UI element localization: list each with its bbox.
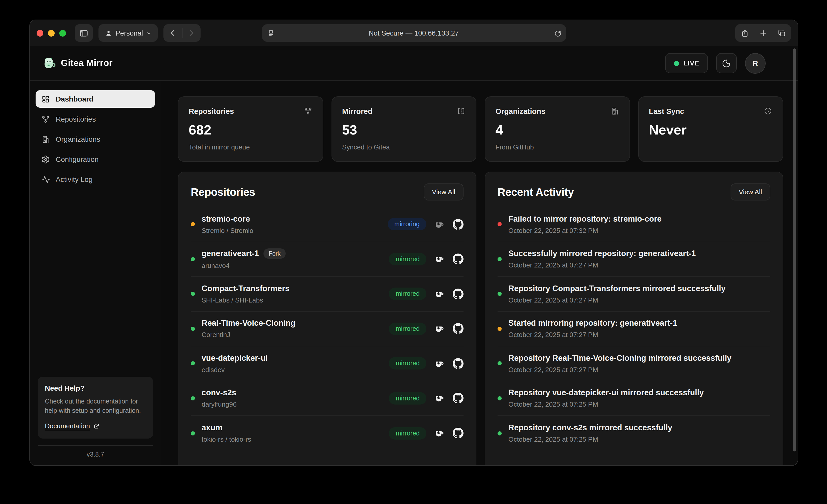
back-button[interactable]: [164, 29, 182, 37]
gitea-icon[interactable]: [434, 323, 445, 334]
sidebar: Dashboard Repositories Organizations Con…: [30, 81, 161, 465]
sidebar-toggle-button[interactable]: [75, 24, 93, 42]
new-tab-button[interactable]: [759, 29, 768, 37]
history-nav: [164, 24, 201, 42]
activity-text: Started mirroring repository: generative…: [508, 319, 677, 328]
sidebar-item-configuration[interactable]: Configuration: [36, 150, 155, 168]
github-icon[interactable]: [453, 428, 464, 439]
repo-name: Compact-Transformers: [202, 284, 290, 293]
sidebar-item-label: Activity Log: [56, 175, 93, 184]
tab-overview-button[interactable]: [777, 29, 786, 37]
github-icon[interactable]: [453, 393, 464, 404]
stat-value: 682: [189, 122, 312, 138]
git-fork-icon: [303, 107, 312, 115]
repository-row: stremio-core Stremio / Stremio mirroring: [191, 207, 464, 242]
github-icon[interactable]: [453, 219, 464, 230]
theme-toggle-button[interactable]: [716, 53, 737, 73]
zoom-window-button[interactable]: [59, 30, 66, 36]
github-icon[interactable]: [453, 358, 464, 369]
browser-toolbar: Personal Not Secure — 100.66.133.27: [30, 20, 797, 46]
repo-owner: darylfung96: [202, 401, 237, 408]
gitea-icon[interactable]: [434, 393, 445, 404]
github-icon[interactable]: [453, 289, 464, 299]
address-bar[interactable]: Not Secure — 100.66.133.27: [262, 24, 566, 42]
status-dot: [497, 292, 502, 296]
nav-divider: [182, 28, 183, 38]
building-icon: [41, 135, 50, 144]
avatar-initial: R: [753, 59, 758, 67]
status-dot: [191, 222, 195, 226]
page-scrollbar[interactable]: [793, 48, 796, 451]
repository-row: conv-s2s darylfung96 mirrored: [191, 381, 464, 416]
app-version: v3.8.7: [36, 446, 155, 458]
profile-label: Personal: [115, 29, 143, 37]
close-window-button[interactable]: [37, 30, 43, 36]
desktop: Personal Not Secure — 100.66.133.27: [0, 0, 827, 504]
chevron-right-icon: [187, 29, 196, 37]
repo-name: generativeart-1: [202, 249, 259, 258]
repository-row: Compact-Transformers SHI-Labs / SHI-Labs…: [191, 277, 464, 311]
sidebar-item-dashboard[interactable]: Dashboard: [36, 90, 155, 108]
stat-title: Last Sync: [649, 107, 684, 115]
live-label: LIVE: [684, 59, 699, 67]
status-badge: mirrored: [389, 392, 426, 405]
panel-title: Repositories: [191, 186, 255, 198]
page-settings-icon[interactable]: [266, 29, 275, 37]
stat-value: 4: [495, 122, 619, 138]
stat-card-last-sync: Last Sync Never: [638, 96, 783, 162]
github-icon[interactable]: [453, 323, 464, 334]
mirror-icon: [457, 107, 466, 115]
activity-item: Failed to mirror repository: stremio-cor…: [497, 207, 770, 242]
gitea-icon[interactable]: [434, 254, 445, 265]
activity-timestamp: October 22, 2025 at 07:27 PM: [508, 331, 677, 339]
live-status-button[interactable]: LIVE: [665, 53, 708, 73]
user-avatar[interactable]: R: [745, 53, 766, 73]
documentation-link-label: Documentation: [45, 422, 90, 430]
panels: Repositories View All stremio-core Strem…: [178, 171, 783, 465]
forward-button[interactable]: [182, 29, 201, 37]
repository-row: axum tokio-rs / tokio-rs mirrored: [191, 416, 464, 451]
activity-list: Failed to mirror repository: stremio-cor…: [497, 207, 770, 451]
chevron-down-icon: [146, 30, 152, 36]
window-controls: [37, 30, 66, 36]
external-link-icon: [94, 422, 100, 429]
gitea-icon[interactable]: [434, 358, 445, 369]
stat-subtitle: Total in mirror queue: [189, 143, 312, 151]
repo-name: Real-Time-Voice-Cloning: [202, 319, 295, 328]
gitea-icon[interactable]: [434, 428, 445, 439]
chevron-left-icon: [169, 29, 177, 37]
activity-text: Repository vue-datepicker-ui mirrored su…: [508, 388, 704, 398]
minimize-window-button[interactable]: [48, 30, 55, 36]
gitea-icon[interactable]: [434, 219, 445, 230]
activity-view-all-button[interactable]: View All: [730, 184, 770, 200]
sidebar-item-organizations[interactable]: Organizations: [36, 131, 155, 148]
profile-switcher-button[interactable]: Personal: [98, 24, 158, 42]
person-icon: [105, 29, 112, 37]
git-fork-icon: [41, 115, 50, 123]
status-badge: mirrored: [389, 253, 426, 265]
repository-row: Real-Time-Voice-Cloning CorentinJ mirror…: [191, 311, 464, 346]
activity-timestamp: October 22, 2025 at 07:25 PM: [508, 436, 672, 444]
toolbar-right-cluster: [735, 24, 791, 42]
gitea-icon[interactable]: [434, 289, 445, 299]
status-badge: mirrored: [389, 322, 426, 335]
sidebar-nav: Dashboard Repositories Organizations Con…: [36, 90, 155, 188]
sidebar-item-label: Configuration: [56, 155, 99, 163]
sidebar-item-activity-log[interactable]: Activity Log: [36, 170, 155, 188]
repository-list: stremio-core Stremio / Stremio mirroring: [191, 207, 464, 451]
status-dot: [191, 292, 195, 296]
github-icon[interactable]: [453, 254, 464, 265]
status-dot: [191, 257, 195, 261]
status-dot: [191, 361, 195, 366]
activity-item: Repository Real-Time-Voice-Cloning mirro…: [497, 346, 770, 381]
reload-icon[interactable]: [553, 29, 561, 37]
repo-owner: Stremio / Stremio: [202, 227, 253, 235]
repositories-view-all-button[interactable]: View All: [424, 184, 464, 200]
share-button[interactable]: [740, 29, 749, 37]
status-dot: [497, 327, 502, 331]
gear-icon: [41, 155, 50, 164]
sidebar-item-repositories[interactable]: Repositories: [36, 110, 155, 128]
status-dot: [191, 327, 195, 331]
repo-owner: edisdev: [202, 366, 268, 373]
documentation-link[interactable]: Documentation: [45, 422, 100, 430]
